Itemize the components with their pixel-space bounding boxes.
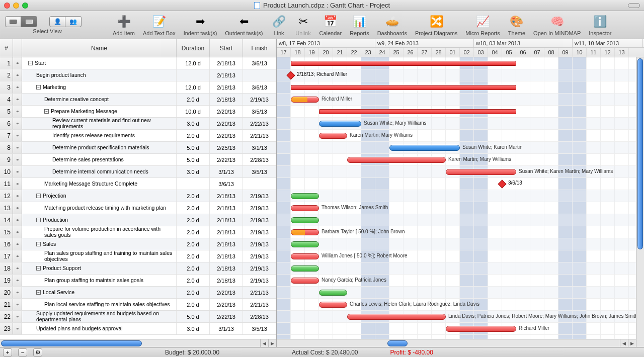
table-row[interactable]: 12 ⚭ −Projection 2.0 d 2/18/13 2/19/13 [0, 190, 276, 202]
table-row[interactable]: 1 ⚭ −Start 12.0 d 2/18/13 3/6/13 [0, 57, 276, 69]
bar-label: 2/18/13; Richard Miller [297, 71, 347, 77]
gear-icon[interactable]: ⚙ [33, 348, 42, 356]
gantt-bar[interactable]: William Jones [ 50.0 %]; Robert Moore [291, 253, 319, 259]
table-row[interactable]: 5 ⚭ −Prepare Marketing Message 10.0 d 2/… [0, 106, 276, 118]
bar-label: 3/6/13 [508, 180, 522, 186]
view-mode-segment[interactable] [5, 16, 37, 27]
toolbar-add-text-box[interactable]: 📝Add Text Box [139, 14, 180, 36]
table-row[interactable]: 3 ⚭ −Marketing 12.0 d 2/18/13 3/6/13 [0, 81, 276, 94]
toolbar-calendar[interactable]: 📅Calendar [315, 14, 346, 36]
gantt-bar[interactable]: Thomas Wilson; James Smith [291, 205, 319, 211]
table-row[interactable]: 16 ⚭ −Sales 2.0 d 2/18/13 2/19/13 [0, 238, 276, 250]
toolbar-add-item[interactable]: ➕Add Item [109, 14, 139, 36]
toolbar-toggle-icon[interactable] [628, 3, 640, 8]
expander-icon[interactable]: − [36, 242, 41, 246]
close-icon[interactable] [4, 3, 10, 9]
table-row[interactable]: 13 ⚭ Matching product release timing wit… [0, 202, 276, 214]
bar-label: Thomas Wilson; James Smith [321, 205, 388, 210]
task-name: Start [35, 60, 46, 66]
table-row[interactable]: 21 ⚭ Plan local service staffing to main… [0, 299, 276, 311]
toolbar-micro-reports[interactable]: 📈Micro Reports [461, 14, 504, 36]
gantt-bar[interactable] [291, 193, 319, 199]
gantt-bar[interactable]: Susan White; Karen Martin [389, 145, 460, 151]
table-row[interactable]: 19 ⚭ Plan group staffing to maintain sal… [0, 275, 276, 287]
table-row[interactable]: 11 ⚭ Marketing Message Structure Complet… [0, 178, 276, 190]
week-header: w8, 17 Feb 2013 [277, 39, 375, 47]
col-name[interactable]: Name [22, 39, 177, 57]
toolbar-open-mindmap[interactable]: 🧠Open In MINDMAP [529, 14, 585, 36]
gantt-bar[interactable]: Karen Martin; Mary Williams [319, 133, 347, 139]
gantt-bar[interactable] [291, 265, 319, 272]
minimize-icon[interactable] [13, 3, 19, 9]
toolbar-indent[interactable]: ➡Indent task(s) [180, 14, 221, 36]
table-row[interactable]: 23 ⚭ Updated plans and budgets approval … [0, 323, 276, 335]
expander-icon[interactable]: − [36, 85, 41, 90]
table-row[interactable]: 9 ⚭ Determine sales presentations 5.0 d … [0, 154, 276, 166]
gantt-bar[interactable] [291, 85, 516, 90]
col-number[interactable]: # [0, 39, 13, 57]
table-header: # Name Duration Start Finish [0, 39, 276, 57]
left-hscroll[interactable]: ◀▶ [0, 339, 276, 347]
toolbar-unlink[interactable]: ✂Unlink [291, 14, 315, 36]
col-finish[interactable]: Finish [243, 39, 276, 57]
theme-icon: 🎨 [509, 14, 525, 29]
link-icon: ⚭ [16, 206, 20, 211]
table-row[interactable]: 20 ⚭ −Local Service 2.0 d 2/20/13 2/21/1… [0, 287, 276, 299]
toolbar-link[interactable]: 🔗Link [267, 14, 291, 36]
gantt-bar[interactable]: Linda Davis; Patricia Jones; Robert Moor… [347, 314, 446, 320]
table-row[interactable]: 15 ⚭ Prepare for volume production in ac… [0, 226, 276, 238]
gantt-bar[interactable] [319, 109, 516, 114]
table-row[interactable]: 4 ⚭ Determine creative concept 2.0 d 2/1… [0, 94, 276, 106]
expander-icon[interactable]: − [36, 266, 41, 271]
gantt-bar[interactable] [319, 290, 347, 296]
col-start[interactable]: Start [210, 39, 243, 57]
gantt-row: Susan White; Mary Williams [277, 118, 644, 130]
toolbar-dashboards[interactable]: 🥧Dashboards [373, 14, 411, 36]
expander-icon[interactable]: − [36, 218, 41, 222]
right-hscroll[interactable]: ◀▶ [277, 339, 636, 347]
table-row[interactable]: 6 ⚭ Review current materials and find ou… [0, 118, 276, 130]
gantt-bar[interactable] [291, 217, 319, 223]
gantt-bar[interactable]: Charles Lewis; Helen Clark; Laura Rodrig… [319, 302, 347, 308]
gantt-bar[interactable]: Nancy Garcia; Patricia Jones [291, 278, 319, 284]
gantt-bar[interactable]: Susan White; Mary Williams [319, 121, 361, 127]
gantt-bar[interactable] [291, 61, 516, 66]
expander-icon[interactable]: − [36, 290, 41, 295]
view-extra-segment[interactable]: 👤 👥 [49, 16, 82, 27]
table-row[interactable]: 17 ⚭ Plan sales group staffing and train… [0, 250, 276, 262]
task-name: Determine internal communication needs [52, 169, 148, 175]
toolbar-reports[interactable]: 📊Reports [346, 14, 373, 36]
table-row[interactable]: 8 ⚭ Determine product specification mate… [0, 142, 276, 154]
table-row[interactable]: 22 ⚭ Supply updated requirements and bud… [0, 311, 276, 323]
remove-row-button[interactable]: − [18, 348, 27, 356]
add-row-button[interactable]: + [3, 348, 12, 356]
zoom-icon[interactable] [22, 3, 28, 9]
toolbar-inspector[interactable]: ℹ️Inspector [585, 14, 615, 36]
table-row[interactable]: 2 ⚭ Begin product launch 2/18/13 [0, 69, 276, 81]
toolbar-outdent[interactable]: ⬅Outdent task(s) [221, 14, 267, 36]
expander-icon[interactable]: − [36, 194, 41, 198]
gantt-bar[interactable]: Susan White; Karen Martin; Mary Williams [446, 169, 516, 175]
gantt-bar[interactable]: Richard Miller [291, 97, 319, 103]
toolbar-project-diagrams[interactable]: 🔀Project Diagrams [411, 14, 461, 36]
milestone-icon[interactable] [498, 180, 507, 189]
gantt-bar[interactable]: Karen Martin; Mary Williams [347, 157, 446, 163]
bar-label: Susan White; Karen Martin [462, 144, 523, 150]
milestone-icon[interactable] [287, 71, 295, 80]
gantt-bar[interactable]: Barbara Taylor [ 50.0 %]; John Brown [291, 229, 319, 235]
table-row[interactable]: 14 ⚭ −Production 2.0 d 2/18/13 2/19/13 [0, 214, 276, 226]
gantt-bar[interactable] [291, 241, 319, 247]
toolbar-theme[interactable]: 🎨Theme [504, 14, 529, 36]
table-row[interactable]: 7 ⚭ Identify press release requirements … [0, 130, 276, 142]
table-row[interactable]: 10 ⚭ Determine internal communication ne… [0, 166, 276, 178]
link-icon: ⚭ [16, 182, 20, 187]
col-duration[interactable]: Duration [177, 39, 210, 57]
expander-icon[interactable]: − [28, 61, 33, 65]
gantt-bar[interactable]: Richard Miller [446, 326, 516, 332]
right-vscroll[interactable] [636, 57, 644, 347]
open-mindmap-icon: 🧠 [549, 14, 565, 29]
expander-icon[interactable]: − [44, 109, 49, 114]
day-header: 03 [474, 48, 488, 57]
gantt-row [277, 287, 644, 299]
table-row[interactable]: 18 ⚭ −Product Support 2.0 d 2/18/13 2/19… [0, 262, 276, 275]
